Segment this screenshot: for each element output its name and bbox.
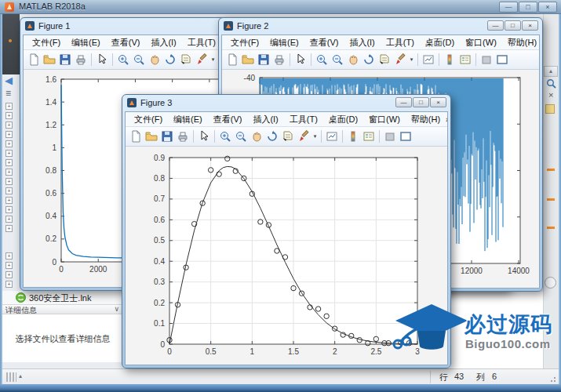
insert-legend-icon[interactable] — [457, 52, 473, 67]
menu-item-1[interactable]: 编辑(E) — [264, 37, 304, 49]
data-cursor-icon[interactable] — [377, 52, 392, 67]
close-panel-icon[interactable]: × — [548, 90, 553, 100]
menu-item-6[interactable]: 窗口(W) — [460, 37, 502, 49]
tree-expand-icon[interactable]: + — [5, 178, 13, 185]
new-file-icon[interactable] — [128, 129, 144, 144]
zoom-in-icon[interactable] — [217, 129, 233, 144]
open-file-icon[interactable] — [42, 52, 57, 67]
tree-expand-icon[interactable]: + — [5, 122, 13, 129]
menu-overflow-icon[interactable]: » — [446, 115, 448, 124]
zoom-out-icon[interactable] — [233, 129, 249, 144]
menu-item-0[interactable]: 文件(F) — [225, 37, 264, 49]
link-plot-icon[interactable] — [324, 129, 340, 144]
tree-expand-icon[interactable]: + — [5, 140, 13, 147]
hide-plot-tools-icon[interactable] — [479, 52, 494, 67]
statusbar-grip[interactable]: ▴ — [6, 372, 24, 382]
rotate-3d-icon[interactable] — [162, 52, 178, 67]
insert-legend-icon[interactable] — [361, 129, 377, 144]
maximize-button[interactable]: □ — [519, 2, 537, 13]
open-file-icon[interactable] — [144, 129, 159, 144]
menu-item-4[interactable]: 工具(T) — [182, 37, 221, 49]
tree-expand-icon[interactable]: + — [5, 103, 13, 110]
tree-expand-icon[interactable]: + — [5, 271, 13, 278]
tree-expand-icon[interactable]: + — [5, 169, 13, 176]
current-folder-file-item[interactable]: 360安全卫士.lnk — [2, 291, 124, 304]
sticky-note-icon[interactable] — [545, 104, 555, 114]
data-cursor-icon[interactable] — [280, 129, 296, 144]
print-figure-icon[interactable] — [73, 52, 89, 67]
menu-item-1[interactable]: 编辑(E) — [168, 114, 208, 125]
print-figure-icon[interactable] — [271, 52, 287, 67]
maximize-button[interactable]: □ — [505, 20, 521, 31]
figure2-titlebar[interactable]: Figure 2 — □ × — [219, 18, 542, 34]
back-arrow-icon[interactable]: ◀ — [5, 74, 13, 86]
tree-expand-icon[interactable]: + — [5, 187, 13, 194]
brush-data-icon[interactable] — [194, 52, 209, 67]
zoom-in-icon[interactable] — [314, 52, 330, 67]
menu-item-3[interactable]: 插入(I) — [145, 37, 181, 49]
maximize-button[interactable]: □ — [413, 97, 429, 107]
menu-item-0[interactable]: 文件(F) — [27, 37, 66, 49]
pan-icon[interactable] — [345, 52, 361, 67]
show-plot-tools-icon[interactable] — [494, 52, 510, 67]
minimize-button[interactable]: — — [395, 97, 412, 107]
insert-colorbar-icon[interactable] — [442, 52, 457, 67]
data-cursor-icon[interactable] — [178, 52, 194, 67]
tree-expand-icon[interactable]: + — [5, 159, 13, 166]
menu-item-3[interactable]: 插入(I) — [247, 114, 283, 125]
print-figure-icon[interactable] — [175, 129, 191, 144]
menu-item-3[interactable]: 插入(I) — [344, 37, 380, 49]
tree-expand-icon[interactable]: + — [5, 112, 13, 119]
menu-item-4[interactable]: 工具(T) — [284, 114, 323, 125]
edit-cursor-icon[interactable] — [293, 52, 308, 67]
scroll-up-button[interactable]: ▲ — [544, 66, 558, 77]
close-button[interactable]: × — [430, 97, 446, 107]
resize-grip[interactable] — [548, 375, 556, 382]
figure3-titlebar[interactable]: Figure 3 — □ × — [122, 95, 450, 111]
zoom-out-icon[interactable] — [131, 52, 147, 67]
insert-colorbar-icon[interactable] — [345, 129, 361, 144]
zoom-out-icon[interactable] — [330, 52, 345, 67]
menu-item-1[interactable]: 编辑(E) — [66, 37, 106, 49]
menu-item-7[interactable]: 帮助(H) — [406, 114, 446, 125]
new-file-icon[interactable] — [26, 52, 42, 67]
edit-cursor-icon[interactable] — [94, 52, 110, 67]
tree-expand-icon[interactable]: + — [5, 281, 13, 288]
menu-item-2[interactable]: 查看(V) — [304, 37, 344, 49]
new-file-icon[interactable] — [224, 52, 240, 67]
menu-item-5[interactable]: 桌面(D) — [420, 37, 460, 49]
brush-data-icon[interactable] — [392, 52, 408, 67]
menu-item-6[interactable]: 窗口(W) — [363, 114, 406, 125]
code-warning-marker[interactable] — [547, 227, 555, 229]
message-indicator-icon[interactable] — [545, 277, 556, 289]
rotate-3d-icon[interactable] — [264, 129, 280, 144]
save-figure-icon[interactable] — [57, 52, 73, 67]
tree-expand-icon[interactable]: + — [5, 197, 13, 204]
panel-menu-icon[interactable]: ≡ — [5, 88, 11, 99]
tree-expand-icon[interactable]: + — [5, 150, 13, 157]
show-plot-tools-icon[interactable] — [398, 129, 413, 144]
menu-item-2[interactable]: 查看(V) — [208, 114, 248, 125]
pan-icon[interactable] — [147, 52, 162, 67]
brush-dropdown-icon[interactable]: ▾ — [408, 52, 415, 67]
zoom-in-icon[interactable] — [115, 52, 131, 67]
menu-item-7[interactable]: 帮助(H) — [502, 37, 540, 49]
save-figure-icon[interactable] — [159, 129, 175, 144]
close-button[interactable]: × — [522, 20, 538, 31]
edit-cursor-icon[interactable] — [196, 129, 212, 144]
brush-dropdown-icon[interactable]: ▾ — [311, 129, 319, 144]
minimize-button[interactable]: — — [499, 2, 518, 13]
open-file-icon[interactable] — [240, 52, 256, 67]
search-icon[interactable] — [546, 78, 556, 89]
tree-expand-icon[interactable]: + — [5, 131, 13, 138]
code-warning-marker[interactable] — [547, 198, 555, 201]
menu-item-5[interactable]: 桌面(D) — [323, 114, 363, 125]
menu-item-4[interactable]: 工具(T) — [381, 37, 420, 49]
menu-item-0[interactable]: 文件(F) — [129, 114, 168, 125]
tree-expand-icon[interactable]: + — [5, 225, 13, 232]
tree-expand-icon[interactable]: + — [5, 216, 13, 223]
tree-expand-icon[interactable]: + — [5, 252, 13, 260]
minimize-button[interactable]: — — [487, 20, 504, 31]
brush-data-icon[interactable] — [296, 129, 311, 144]
brush-dropdown-icon[interactable]: ▾ — [209, 52, 217, 67]
